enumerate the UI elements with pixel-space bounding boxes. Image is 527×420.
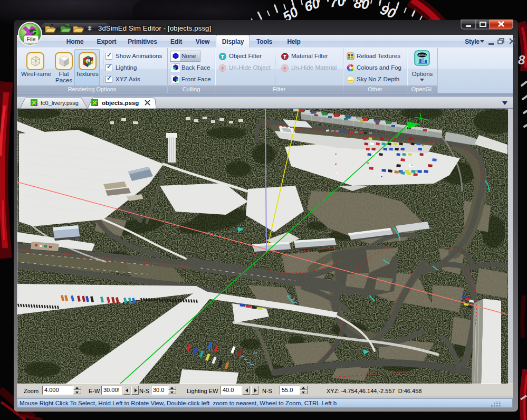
svg-text:8: 8 — [518, 53, 525, 67]
svg-text:80: 80 — [353, 0, 370, 13]
